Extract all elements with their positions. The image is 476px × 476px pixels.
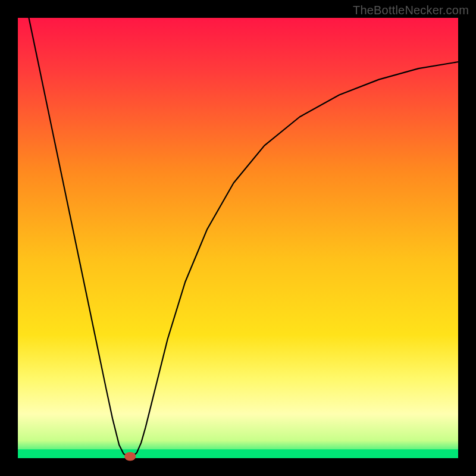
plot-background (18, 18, 458, 458)
optimal-point-marker (124, 452, 136, 461)
chart-canvas (0, 0, 476, 476)
watermark-text: TheBottleNecker.com (353, 4, 469, 17)
green-baseline-band (18, 449, 458, 458)
